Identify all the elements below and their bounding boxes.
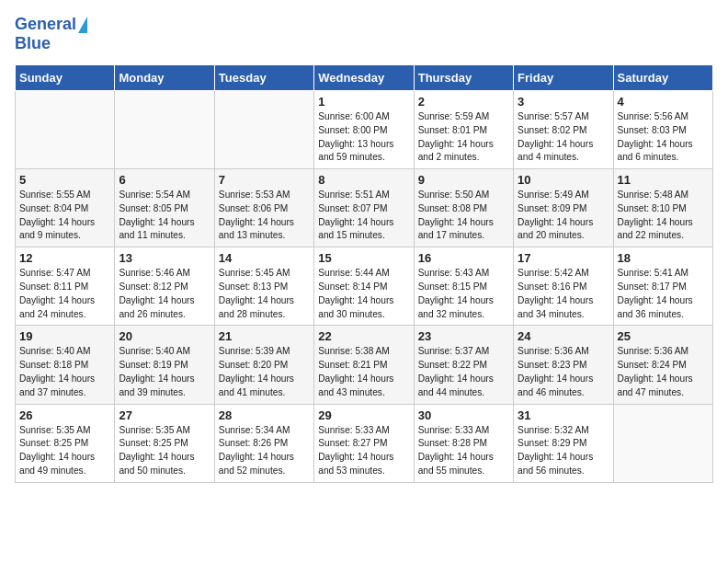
logo: General Blue [15, 15, 87, 53]
day-info: Sunrise: 5:54 AMSunset: 8:05 PMDaylight:… [119, 189, 210, 243]
day-number: 28 [219, 408, 310, 422]
header-sunday: Sunday [16, 65, 115, 91]
day-info: Sunrise: 5:32 AMSunset: 8:29 PMDaylight:… [518, 424, 609, 478]
day-info: Sunrise: 5:35 AMSunset: 8:25 PMDaylight:… [119, 424, 210, 478]
day-info: Sunrise: 5:36 AMSunset: 8:24 PMDaylight:… [618, 345, 709, 399]
calendar-cell: 18Sunrise: 5:41 AMSunset: 8:17 PMDayligh… [613, 247, 712, 326]
day-number: 7 [219, 173, 310, 187]
calendar-cell: 2Sunrise: 5:59 AMSunset: 8:01 PMDaylight… [414, 91, 513, 169]
day-number: 15 [318, 251, 409, 265]
calendar-cell: 8Sunrise: 5:51 AMSunset: 8:07 PMDaylight… [314, 169, 414, 247]
day-number: 20 [119, 329, 210, 343]
header-saturday: Saturday [613, 65, 712, 91]
day-number: 1 [318, 95, 409, 109]
day-number: 30 [418, 408, 509, 422]
day-number: 31 [518, 408, 609, 422]
day-number: 11 [618, 173, 709, 187]
day-info: Sunrise: 5:40 AMSunset: 8:18 PMDaylight:… [19, 345, 110, 399]
day-number: 19 [19, 329, 110, 343]
calendar-cell: 31Sunrise: 5:32 AMSunset: 8:29 PMDayligh… [514, 404, 613, 482]
day-number: 6 [119, 173, 210, 187]
day-info: Sunrise: 5:33 AMSunset: 8:28 PMDaylight:… [418, 424, 509, 478]
day-info: Sunrise: 5:41 AMSunset: 8:17 PMDaylight:… [618, 267, 709, 321]
header-wednesday: Wednesday [314, 65, 414, 91]
day-info: Sunrise: 5:47 AMSunset: 8:11 PMDaylight:… [19, 267, 110, 321]
calendar-cell [115, 91, 214, 169]
day-info: Sunrise: 5:40 AMSunset: 8:19 PMDaylight:… [119, 345, 210, 399]
day-number: 14 [219, 251, 310, 265]
day-info: Sunrise: 5:43 AMSunset: 8:15 PMDaylight:… [418, 267, 509, 321]
day-info: Sunrise: 5:42 AMSunset: 8:16 PMDaylight:… [518, 267, 609, 321]
logo-triangle-icon [78, 17, 87, 33]
day-number: 4 [618, 95, 709, 109]
calendar-cell: 30Sunrise: 5:33 AMSunset: 8:28 PMDayligh… [414, 404, 513, 482]
day-info: Sunrise: 5:56 AMSunset: 8:03 PMDaylight:… [618, 110, 709, 165]
header-tuesday: Tuesday [214, 65, 313, 91]
header-friday: Friday [514, 65, 613, 91]
day-info: Sunrise: 5:38 AMSunset: 8:21 PMDaylight:… [318, 345, 409, 399]
week-row-2: 5Sunrise: 5:55 AMSunset: 8:04 PMDaylight… [16, 169, 713, 247]
calendar-cell: 6Sunrise: 5:54 AMSunset: 8:05 PMDaylight… [115, 169, 214, 247]
day-number: 24 [518, 329, 609, 343]
day-info: Sunrise: 5:36 AMSunset: 8:23 PMDaylight:… [518, 345, 609, 399]
day-info: Sunrise: 5:50 AMSunset: 8:08 PMDaylight:… [418, 189, 509, 243]
day-info: Sunrise: 5:49 AMSunset: 8:09 PMDaylight:… [518, 189, 609, 243]
calendar-cell: 24Sunrise: 5:36 AMSunset: 8:23 PMDayligh… [514, 326, 613, 404]
day-number: 27 [119, 408, 210, 422]
header-thursday: Thursday [414, 65, 513, 91]
calendar-cell: 29Sunrise: 5:33 AMSunset: 8:27 PMDayligh… [314, 404, 414, 482]
day-info: Sunrise: 5:57 AMSunset: 8:02 PMDaylight:… [518, 110, 609, 165]
calendar-cell: 15Sunrise: 5:44 AMSunset: 8:14 PMDayligh… [314, 247, 414, 326]
day-info: Sunrise: 5:45 AMSunset: 8:13 PMDaylight:… [219, 267, 310, 321]
day-info: Sunrise: 5:33 AMSunset: 8:27 PMDaylight:… [318, 424, 409, 478]
calendar-cell [613, 404, 712, 482]
day-number: 2 [418, 95, 509, 109]
calendar-cell: 28Sunrise: 5:34 AMSunset: 8:26 PMDayligh… [214, 404, 313, 482]
calendar-cell: 5Sunrise: 5:55 AMSunset: 8:04 PMDaylight… [16, 169, 115, 247]
day-info: Sunrise: 5:51 AMSunset: 8:07 PMDaylight:… [318, 189, 409, 243]
day-info: Sunrise: 5:53 AMSunset: 8:06 PMDaylight:… [219, 189, 310, 243]
day-info: Sunrise: 5:55 AMSunset: 8:04 PMDaylight:… [19, 189, 110, 243]
calendar-cell: 27Sunrise: 5:35 AMSunset: 8:25 PMDayligh… [115, 404, 214, 482]
day-info: Sunrise: 5:39 AMSunset: 8:20 PMDaylight:… [219, 345, 310, 399]
day-info: Sunrise: 6:00 AMSunset: 8:00 PMDaylight:… [318, 110, 409, 165]
day-number: 18 [618, 251, 709, 265]
calendar-cell: 16Sunrise: 5:43 AMSunset: 8:15 PMDayligh… [414, 247, 513, 326]
day-number: 9 [418, 173, 509, 187]
calendar-cell: 14Sunrise: 5:45 AMSunset: 8:13 PMDayligh… [214, 247, 313, 326]
calendar-cell: 20Sunrise: 5:40 AMSunset: 8:19 PMDayligh… [115, 326, 214, 404]
calendar-cell: 21Sunrise: 5:39 AMSunset: 8:20 PMDayligh… [214, 326, 313, 404]
day-number: 26 [19, 408, 110, 422]
calendar-cell: 26Sunrise: 5:35 AMSunset: 8:25 PMDayligh… [16, 404, 115, 482]
calendar-cell: 10Sunrise: 5:49 AMSunset: 8:09 PMDayligh… [514, 169, 613, 247]
week-row-3: 12Sunrise: 5:47 AMSunset: 8:11 PMDayligh… [16, 247, 713, 326]
week-row-5: 26Sunrise: 5:35 AMSunset: 8:25 PMDayligh… [16, 404, 713, 482]
calendar-cell: 17Sunrise: 5:42 AMSunset: 8:16 PMDayligh… [514, 247, 613, 326]
page-header: General Blue [15, 15, 713, 53]
day-number: 10 [518, 173, 609, 187]
calendar-cell: 23Sunrise: 5:37 AMSunset: 8:22 PMDayligh… [414, 326, 513, 404]
calendar-header-row: SundayMondayTuesdayWednesdayThursdayFrid… [16, 65, 713, 91]
calendar-cell: 13Sunrise: 5:46 AMSunset: 8:12 PMDayligh… [115, 247, 214, 326]
calendar-cell: 7Sunrise: 5:53 AMSunset: 8:06 PMDaylight… [214, 169, 313, 247]
calendar-cell: 3Sunrise: 5:57 AMSunset: 8:02 PMDaylight… [514, 91, 613, 169]
calendar-cell: 12Sunrise: 5:47 AMSunset: 8:11 PMDayligh… [16, 247, 115, 326]
day-number: 23 [418, 329, 509, 343]
logo-general: General [15, 15, 76, 34]
calendar-cell: 19Sunrise: 5:40 AMSunset: 8:18 PMDayligh… [16, 326, 115, 404]
day-info: Sunrise: 5:48 AMSunset: 8:10 PMDaylight:… [618, 189, 709, 243]
week-row-1: 1Sunrise: 6:00 AMSunset: 8:00 PMDaylight… [16, 91, 713, 169]
day-number: 25 [618, 329, 709, 343]
day-info: Sunrise: 5:46 AMSunset: 8:12 PMDaylight:… [119, 267, 210, 321]
day-number: 17 [518, 251, 609, 265]
day-info: Sunrise: 5:44 AMSunset: 8:14 PMDaylight:… [318, 267, 409, 321]
day-number: 13 [119, 251, 210, 265]
calendar-cell [16, 91, 115, 169]
day-number: 16 [418, 251, 509, 265]
calendar-cell: 22Sunrise: 5:38 AMSunset: 8:21 PMDayligh… [314, 326, 414, 404]
header-monday: Monday [115, 65, 214, 91]
day-number: 8 [318, 173, 409, 187]
day-info: Sunrise: 5:34 AMSunset: 8:26 PMDaylight:… [219, 424, 310, 478]
day-info: Sunrise: 5:37 AMSunset: 8:22 PMDaylight:… [418, 345, 509, 399]
logo-blue-text: Blue [15, 34, 51, 53]
